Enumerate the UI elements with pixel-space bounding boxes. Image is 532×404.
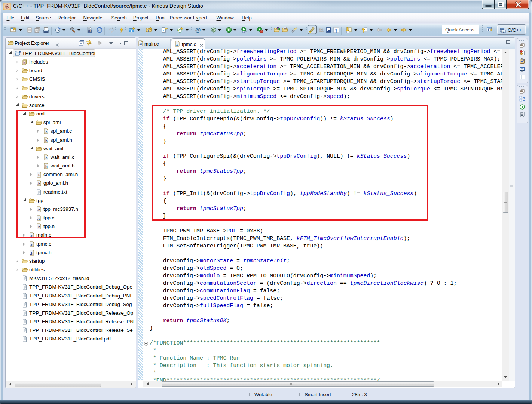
svg-text:@: @ xyxy=(195,27,201,33)
svg-text:.h: .h xyxy=(30,251,33,255)
svg-text:.c: .c xyxy=(176,42,179,46)
svg-text:h: h xyxy=(23,61,25,65)
svg-text:010: 010 xyxy=(88,30,92,32)
svg-text:C: C xyxy=(503,30,505,33)
svg-text:c: c xyxy=(131,30,132,32)
svg-text:.c: .c xyxy=(139,42,142,46)
svg-text:C: C xyxy=(19,50,21,54)
svg-text:¶: ¶ xyxy=(335,28,337,33)
svg-text:.c: .c xyxy=(30,242,33,246)
svg-text:c: c xyxy=(148,29,149,33)
svg-text:c: c xyxy=(163,28,165,32)
